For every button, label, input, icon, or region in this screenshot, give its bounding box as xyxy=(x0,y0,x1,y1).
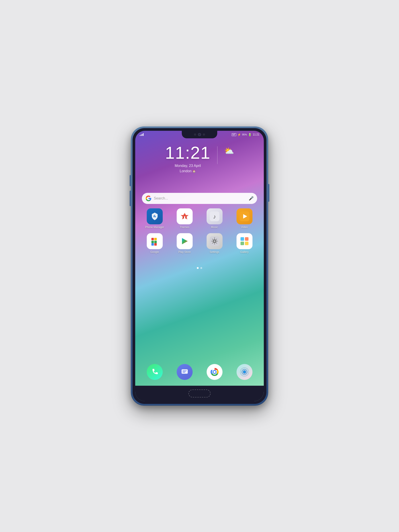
svg-point-23 xyxy=(214,241,215,242)
svg-rect-17 xyxy=(154,241,157,243)
battery-icon: 🔋 xyxy=(248,133,252,136)
google-icon xyxy=(147,233,163,249)
play-store-icon xyxy=(177,233,193,249)
app-themes[interactable]: Themes xyxy=(175,208,195,229)
clock-area: 11:21 Monday, 23 April London 🏠 ⛅ xyxy=(135,144,264,174)
app-google[interactable]: Google xyxy=(145,233,165,253)
search-placeholder: Search... xyxy=(154,196,247,200)
dock-phone[interactable] xyxy=(145,364,165,381)
google-logo xyxy=(146,195,152,202)
svg-rect-18 xyxy=(154,243,157,246)
page-dot-1 xyxy=(197,267,199,269)
svg-rect-15 xyxy=(151,243,154,246)
app-play-store[interactable]: Play Store xyxy=(175,233,195,253)
weather-widget: ⛅ xyxy=(224,146,234,156)
music-label: Music xyxy=(211,226,218,229)
gallery-icon xyxy=(236,233,253,249)
phone-manager-icon xyxy=(147,208,163,224)
clock-divider xyxy=(217,146,217,164)
dock-camera[interactable] xyxy=(234,364,254,381)
clock-widget: 11:21 Monday, 23 April London 🏠 xyxy=(165,144,210,174)
phone-screen: NF ⚡ 95% 🔋 11:21 11:21 Monday, 23 April … xyxy=(135,131,264,401)
svg-rect-25 xyxy=(241,237,244,241)
battery-percentage: 95% xyxy=(242,133,247,136)
dock xyxy=(140,364,259,381)
settings-icon xyxy=(207,233,222,249)
status-time: 11:21 xyxy=(253,133,259,136)
phone-manager-label: Phone Manager xyxy=(145,226,164,229)
app-music[interactable]: ♪ Music xyxy=(205,208,225,229)
google-label: Google xyxy=(150,250,159,253)
google-search-bar[interactable]: Search... 🎤 xyxy=(142,193,257,204)
page-indicators xyxy=(135,267,264,269)
dock-chrome[interactable] xyxy=(205,364,225,381)
themes-label: Themes xyxy=(180,226,189,229)
dock-camera-icon xyxy=(236,364,253,380)
svg-rect-10 xyxy=(151,238,154,240)
volume-down-button[interactable] xyxy=(130,191,131,206)
status-left xyxy=(140,133,144,136)
clock-date: Monday, 23 April London 🏠 xyxy=(165,163,210,174)
svg-rect-12 xyxy=(154,238,157,240)
notch xyxy=(182,131,217,138)
nfc-indicator: NF xyxy=(232,133,236,136)
settings-label: Settings xyxy=(210,250,219,253)
fingerprint-button[interactable] xyxy=(188,389,211,398)
app-row-1: Phone Manager xyxy=(140,208,259,229)
video-label: Video xyxy=(241,226,248,229)
gallery-label: Gallery xyxy=(240,250,248,253)
svg-rect-4 xyxy=(184,216,185,219)
app-gallery[interactable]: Gallery xyxy=(234,233,254,253)
phone-device: NF ⚡ 95% 🔋 11:21 11:21 Monday, 23 April … xyxy=(131,126,268,406)
page-dot-2 xyxy=(200,267,202,269)
dock-chrome-icon xyxy=(207,364,222,380)
app-video[interactable]: Video xyxy=(234,208,254,229)
dock-phone-icon xyxy=(147,364,163,380)
speaker xyxy=(194,133,196,136)
front-camera xyxy=(198,133,201,136)
music-icon: ♪ xyxy=(207,208,222,224)
svg-point-35 xyxy=(214,371,216,373)
svg-rect-27 xyxy=(241,242,244,245)
video-icon xyxy=(236,208,253,224)
bluetooth-icon: ⚡ xyxy=(237,133,241,136)
phone-body: NF ⚡ 95% 🔋 11:21 11:21 Monday, 23 April … xyxy=(133,128,266,404)
svg-rect-26 xyxy=(245,237,248,241)
svg-rect-28 xyxy=(245,242,248,245)
app-settings[interactable]: Settings xyxy=(205,233,225,253)
dock-messages[interactable] xyxy=(175,364,195,381)
svg-rect-13 xyxy=(151,241,154,243)
volume-up-button[interactable] xyxy=(130,175,131,186)
app-grid: Phone Manager xyxy=(140,208,259,258)
dock-messages-icon xyxy=(177,364,193,380)
themes-icon xyxy=(177,208,193,224)
power-button[interactable] xyxy=(268,184,269,202)
app-phone-manager[interactable]: Phone Manager xyxy=(145,208,165,229)
weather-icon: ⛅ xyxy=(224,146,234,156)
sensor xyxy=(203,133,205,136)
app-row-2: Google xyxy=(140,233,259,253)
mic-icon[interactable]: 🎤 xyxy=(249,196,253,201)
signal-icon xyxy=(140,133,144,136)
play-store-label: Play Store xyxy=(178,250,191,253)
svg-point-39 xyxy=(244,371,245,373)
home-button-area xyxy=(135,386,264,401)
svg-text:♪: ♪ xyxy=(213,213,216,220)
status-right: NF ⚡ 95% 🔋 11:21 xyxy=(232,133,259,136)
clock-time: 11:21 xyxy=(165,144,210,161)
